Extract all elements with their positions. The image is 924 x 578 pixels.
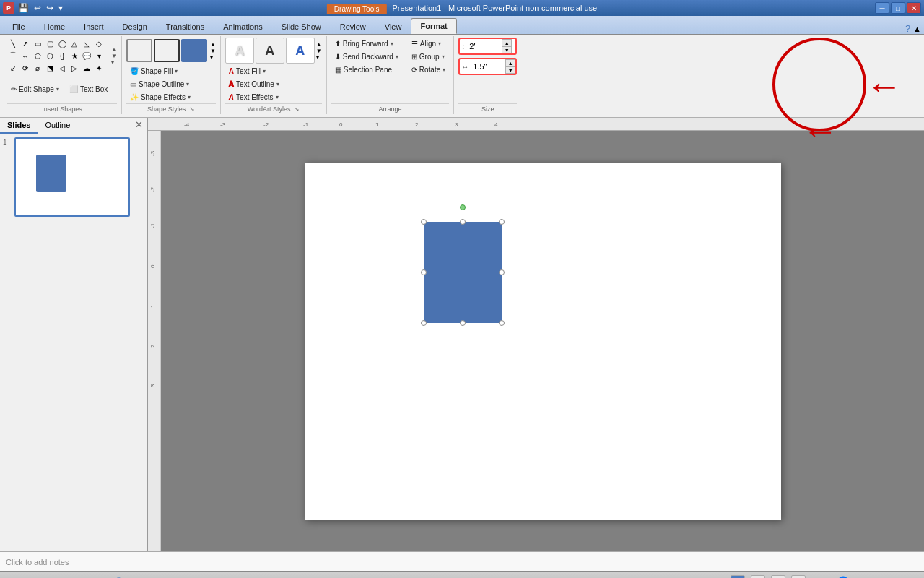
shape-callout[interactable]: 💬 bbox=[81, 50, 92, 61]
tab-insert[interactable]: Insert bbox=[74, 18, 113, 34]
selected-shape[interactable] bbox=[424, 222, 502, 323]
shape-styles-more[interactable]: ▾ bbox=[210, 54, 216, 61]
tab-format[interactable]: Format bbox=[411, 18, 456, 34]
send-backward-button[interactable]: ⬇ Send Backward ▾ bbox=[331, 51, 402, 63]
slide-canvas[interactable] bbox=[161, 131, 924, 551]
shape-extra7[interactable]: ☁ bbox=[81, 62, 92, 74]
slide-sorter-button[interactable]: ⊟ bbox=[751, 575, 765, 579]
handle-bottom-center[interactable] bbox=[460, 320, 466, 326]
rotate-handle[interactable] bbox=[460, 204, 466, 210]
width-increment[interactable]: ▲ bbox=[505, 59, 515, 66]
shape-extra5[interactable]: ◁ bbox=[56, 62, 68, 74]
redo-button[interactable]: ↪ bbox=[45, 3, 55, 13]
minimize-button[interactable]: ─ bbox=[875, 2, 889, 14]
notes-area[interactable]: Click to add notes bbox=[0, 551, 924, 571]
rotate-button[interactable]: ⟳ Rotate ▾ bbox=[408, 64, 449, 76]
wordart-down[interactable]: ▼ bbox=[316, 48, 322, 54]
shapes-scroll-up[interactable]: ▲ bbox=[111, 46, 117, 53]
bring-forward-button[interactable]: ⬆ Bring Forward ▾ bbox=[331, 38, 402, 50]
shape-style-sample-3[interactable] bbox=[181, 39, 207, 62]
handle-top-right[interactable] bbox=[499, 219, 505, 225]
shape-connector[interactable]: ↔ bbox=[19, 50, 31, 61]
tab-review[interactable]: Review bbox=[331, 18, 375, 34]
shape-oval[interactable]: ◯ bbox=[56, 38, 68, 49]
shape-pentagon[interactable]: ⬠ bbox=[32, 50, 43, 61]
save-button[interactable]: 💾 bbox=[17, 3, 30, 13]
shape-brace[interactable]: {} bbox=[56, 50, 68, 61]
shape-more[interactable]: ▾ bbox=[93, 50, 105, 61]
tab-home[interactable]: Home bbox=[35, 18, 74, 34]
shape-star[interactable]: ★ bbox=[69, 50, 80, 61]
text-fill-button[interactable]: A Text Fill ▾ bbox=[225, 65, 322, 77]
shape-styles-down[interactable]: ▼ bbox=[210, 48, 216, 54]
shape-effects-button[interactable]: ✨ Shape Effects ▾ bbox=[126, 91, 216, 103]
ribbon-minimize-icon[interactable]: ▲ bbox=[913, 25, 921, 33]
shape-rt-triangle[interactable]: ◺ bbox=[81, 38, 92, 49]
wordart-dialog-launcher[interactable]: ↘ bbox=[294, 105, 300, 113]
shape-rect[interactable]: ▭ bbox=[32, 38, 43, 49]
shape-rounded-rect[interactable]: ▢ bbox=[44, 38, 56, 49]
handle-middle-right[interactable] bbox=[499, 269, 505, 275]
shape-diamond[interactable]: ◇ bbox=[93, 38, 105, 49]
edit-shape-button[interactable]: ✏ Edit Shape ▾ bbox=[7, 83, 63, 95]
handle-middle-left[interactable] bbox=[421, 269, 427, 275]
text-box-button[interactable]: ⬜ Text Box bbox=[66, 83, 111, 95]
width-decrement[interactable]: ▼ bbox=[505, 66, 515, 74]
slides-panel-close[interactable]: ✕ bbox=[131, 118, 147, 134]
tab-file[interactable]: File bbox=[3, 18, 35, 34]
close-button[interactable]: ✕ bbox=[907, 2, 921, 14]
wordart-sample-2[interactable]: A bbox=[256, 38, 284, 64]
shape-curve[interactable]: ⌒ bbox=[7, 50, 19, 61]
shape-extra4[interactable]: ⬔ bbox=[44, 62, 56, 74]
handle-bottom-right[interactable] bbox=[499, 320, 505, 326]
shape-arrow[interactable]: ↗ bbox=[19, 38, 31, 49]
width-input[interactable]: 1.5" bbox=[471, 61, 504, 72]
slide-show-button[interactable]: ▶ bbox=[791, 575, 806, 579]
align-button[interactable]: ☰ Align ▾ bbox=[408, 38, 449, 50]
height-input[interactable]: 2" bbox=[468, 41, 500, 51]
slide-thumbnail-1[interactable] bbox=[14, 137, 130, 217]
text-effects-button[interactable]: A Text Effects ▾ bbox=[225, 91, 322, 103]
shape-line[interactable]: ╲ bbox=[7, 38, 19, 49]
shape-extra3[interactable]: ⌀ bbox=[32, 62, 43, 74]
shape-triangle[interactable]: △ bbox=[69, 38, 80, 49]
handle-top-left[interactable] bbox=[421, 219, 427, 225]
tab-slide-show[interactable]: Slide Show bbox=[272, 18, 331, 34]
handle-bottom-left[interactable] bbox=[421, 320, 427, 326]
height-decrement[interactable]: ▼ bbox=[502, 46, 512, 53]
tab-view[interactable]: View bbox=[375, 18, 411, 34]
tab-animations[interactable]: Animations bbox=[214, 18, 271, 34]
shapes-expand[interactable]: ▾ bbox=[111, 59, 117, 66]
tab-design[interactable]: Design bbox=[113, 18, 157, 34]
shape-style-sample-2[interactable] bbox=[154, 39, 180, 62]
shapes-scroll-down[interactable]: ▼ bbox=[111, 53, 117, 59]
shape-extra2[interactable]: ⟳ bbox=[19, 62, 31, 74]
shape-fill-button[interactable]: 🪣 Shape Fill ▾ bbox=[126, 65, 216, 77]
maximize-button[interactable]: □ bbox=[891, 2, 905, 14]
reading-view-button[interactable]: 📖 bbox=[771, 575, 785, 579]
handle-top-center[interactable] bbox=[460, 219, 466, 225]
shape-style-sample-1[interactable] bbox=[126, 39, 152, 62]
tab-transitions[interactable]: Transitions bbox=[157, 18, 214, 34]
help-icon[interactable]: ? bbox=[905, 23, 910, 34]
shape-extra6[interactable]: ▷ bbox=[69, 62, 80, 74]
tab-outline[interactable]: Outline bbox=[38, 118, 77, 134]
shape-styles-up[interactable]: ▲ bbox=[210, 41, 216, 48]
zoom-slider[interactable] bbox=[823, 576, 881, 579]
shape-styles-dialog-launcher[interactable]: ↘ bbox=[189, 105, 195, 113]
wordart-sample-1[interactable]: A bbox=[225, 38, 254, 64]
wordart-more[interactable]: ▾ bbox=[316, 54, 322, 61]
shape-outline-button[interactable]: ▭ Shape Outline ▾ bbox=[126, 78, 216, 90]
slide-item-1[interactable]: 1 bbox=[3, 137, 144, 217]
height-increment[interactable]: ▲ bbox=[502, 39, 512, 46]
group-button[interactable]: ⊞ Group ▾ bbox=[408, 51, 449, 63]
undo-button[interactable]: ↩ bbox=[32, 3, 43, 13]
shape-extra8[interactable]: ✦ bbox=[93, 62, 105, 74]
wordart-up[interactable]: ▲ bbox=[316, 41, 322, 48]
shape-extra1[interactable]: ↙ bbox=[7, 62, 19, 74]
tab-slides[interactable]: Slides bbox=[0, 118, 38, 134]
normal-view-button[interactable]: ⊞ bbox=[731, 575, 745, 579]
shape-hexagon[interactable]: ⬡ bbox=[44, 50, 56, 61]
text-outline-button[interactable]: A Text Outline ▾ bbox=[225, 78, 322, 90]
selection-pane-button[interactable]: ▦ Selection Pane bbox=[331, 64, 402, 76]
